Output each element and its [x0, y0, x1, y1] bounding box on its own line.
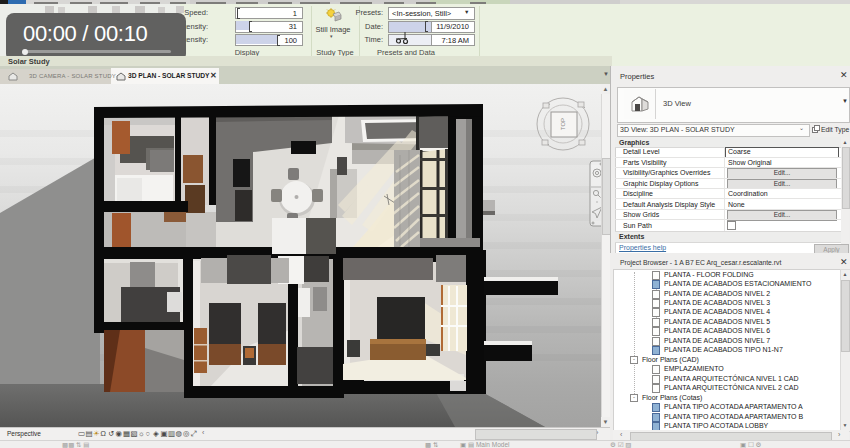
- svg-text:TOP: TOP: [560, 118, 566, 130]
